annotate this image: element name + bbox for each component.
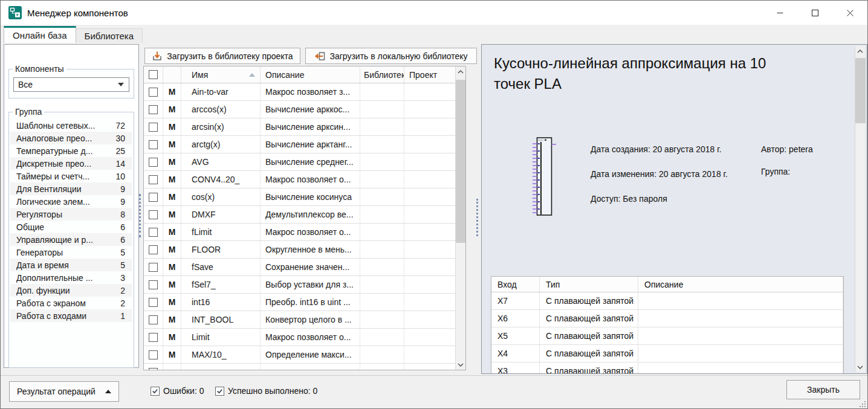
left-splitter-handle[interactable] [139, 194, 141, 237]
load-to-project-library-button[interactable]: Загрузить в библиотеку проекта [144, 48, 300, 64]
group-count: 3 [120, 273, 125, 283]
row-checkbox[interactable] [149, 280, 158, 289]
scroll-up-icon[interactable] [456, 66, 465, 77]
row-checkbox[interactable] [149, 123, 158, 132]
tab-online-base[interactable]: Онлайн база [4, 26, 76, 43]
details-scrollbar[interactable] [855, 46, 866, 372]
component-row[interactable]: M int16 Преобр. int16 в uint ... [144, 294, 456, 311]
success-checkbox-group[interactable]: Успешно выполнено: 0 [215, 386, 317, 396]
group-list-item[interactable]: Дата и время 5 [10, 259, 132, 271]
component-description: Вычисление арктанг... [261, 136, 360, 153]
group-count: 1 [120, 311, 125, 321]
details-scroll-down-icon[interactable] [855, 362, 865, 372]
component-row[interactable]: M FLOOR Округленное в мень... [144, 241, 456, 259]
component-row[interactable]: M INT_BOOL Конвертор целого в ... [144, 311, 456, 329]
row-checkbox[interactable] [149, 193, 158, 202]
close-window-button[interactable] [832, 1, 867, 25]
component-row-partial[interactable] [144, 364, 456, 370]
row-checkbox[interactable] [149, 210, 158, 219]
group-list-item[interactable]: Шаблоны сетевых... 72 [10, 119, 132, 132]
io-description [638, 292, 843, 309]
row-checkbox[interactable] [149, 158, 158, 167]
macro-type-badge: M [163, 118, 181, 135]
load-to-local-library-button[interactable]: Загрузить в локальную библиотеку [305, 48, 477, 64]
minimize-button[interactable] [762, 1, 797, 25]
scroll-down-icon[interactable] [456, 359, 465, 370]
component-name: Limit [181, 329, 261, 346]
group-list-item[interactable]: Общие 6 [10, 221, 132, 233]
component-library-cell [360, 329, 404, 346]
group-list-item[interactable]: Работа с входами 1 [10, 309, 132, 322]
select-all-checkbox[interactable] [149, 70, 158, 79]
component-description: Вычисление арксин... [261, 118, 360, 135]
component-row[interactable]: M fSel7_ Выбор уставки для з... [144, 276, 456, 294]
errors-checkbox-group[interactable]: Ошибки: 0 [151, 386, 204, 396]
group-list-item[interactable]: Работа с экраном 2 [10, 297, 132, 309]
component-name: arctg(x) [181, 136, 261, 153]
type-column-header[interactable] [163, 66, 181, 83]
window-title: Менеджер компонентов [27, 8, 128, 18]
group-list-item[interactable]: Аналоговые прео... 30 [10, 132, 132, 144]
close-button[interactable]: Закрыть [786, 380, 860, 399]
component-row[interactable]: M cos(x) Вычисление косинуса [144, 188, 456, 206]
row-checkbox[interactable] [149, 105, 158, 114]
library-column-header[interactable]: Библиотеке [360, 66, 404, 83]
row-checkbox[interactable] [149, 298, 158, 307]
component-row[interactable]: M MAX/10_ Определение макси... [144, 346, 456, 364]
row-checkbox[interactable] [149, 315, 158, 324]
group-list-item[interactable]: Дополнительные ... 3 [10, 271, 132, 284]
component-row[interactable]: M AVG Вычисление среднег... [144, 153, 456, 171]
component-row[interactable]: M fLimit Макрос позволяет о... [144, 224, 456, 241]
errors-checkbox[interactable] [151, 387, 160, 396]
component-row[interactable]: M arcsin(x) Вычисление арксин... [144, 118, 456, 136]
component-row[interactable]: M CONV4..20_ Макрос позволяет о... [144, 171, 456, 188]
components-table-scrollbar[interactable] [455, 66, 465, 370]
component-row[interactable]: M fSave Сохранение значен... [144, 259, 456, 276]
group-groupbox: Группа Шаблоны сетевых... 72 Аналоговые … [8, 107, 134, 368]
maximize-button[interactable] [797, 1, 832, 25]
row-checkbox[interactable] [149, 140, 158, 149]
group-list-item[interactable]: Управляющие и р... 6 [10, 233, 132, 246]
component-row[interactable]: M Limit Макрос позволяет о... [144, 329, 456, 346]
component-name: cos(x) [181, 188, 261, 205]
macro-type-badge: M [163, 83, 181, 100]
component-library-cell [360, 136, 404, 153]
scrollbar-thumb[interactable] [456, 80, 465, 243]
group-list-item[interactable]: Таймеры и счетч... 10 [10, 170, 132, 182]
row-checkbox[interactable] [149, 228, 158, 237]
group-list-item[interactable]: Доп. функции 2 [10, 284, 132, 297]
details-scrollbar-thumb[interactable] [855, 58, 866, 123]
group-list-item[interactable]: Дискретные прео... 14 [10, 157, 132, 170]
operations-result-button[interactable]: Результат операций [9, 381, 119, 402]
row-checkbox[interactable] [149, 175, 158, 184]
name-column-header[interactable]: Имя [181, 66, 261, 83]
project-column-header[interactable]: Проект [404, 66, 456, 83]
group-count: 2 [120, 286, 125, 295]
row-checkbox[interactable] [149, 263, 158, 272]
component-name: DMXF [181, 206, 261, 223]
success-checkbox[interactable] [215, 387, 224, 396]
row-checkbox[interactable] [149, 88, 158, 97]
components-filter-dropdown[interactable]: Все [13, 77, 129, 92]
row-checkbox[interactable] [149, 350, 158, 359]
group-list-item[interactable]: Генераторы 5 [10, 246, 132, 259]
component-row[interactable]: M DMXF Демультиплексор ве... [144, 206, 456, 224]
component-row[interactable]: M arccos(x) Вычисление арккос... [144, 101, 456, 118]
row-checkbox[interactable] [149, 333, 158, 342]
group-list-item[interactable]: Регуляторы 8 [10, 208, 132, 221]
tab-library[interactable]: Библиотека [76, 28, 143, 43]
description-column-header[interactable]: Описание [261, 66, 360, 83]
group-list-item[interactable]: Логические элем... 9 [10, 195, 132, 208]
component-library-cell [360, 118, 404, 135]
right-splitter-handle[interactable] [476, 199, 479, 236]
details-scroll-up-icon[interactable] [855, 46, 865, 56]
component-row[interactable]: M Ain-to-var Макрос позволяет з... [144, 83, 456, 101]
component-title: Кусочно-линейная аппроксимация на 10 точ… [494, 53, 802, 94]
row-checkbox[interactable] [149, 368, 158, 371]
group-list-item[interactable]: Температурные д... 25 [10, 144, 132, 157]
resize-grip[interactable] [859, 401, 866, 408]
row-checkbox[interactable] [149, 245, 158, 254]
group-list-item[interactable]: Для Вентиляции 9 [10, 182, 132, 195]
title-bar[interactable]: Менеджер компонентов [1, 1, 867, 25]
component-row[interactable]: M arctg(x) Вычисление арктанг... [144, 136, 456, 153]
